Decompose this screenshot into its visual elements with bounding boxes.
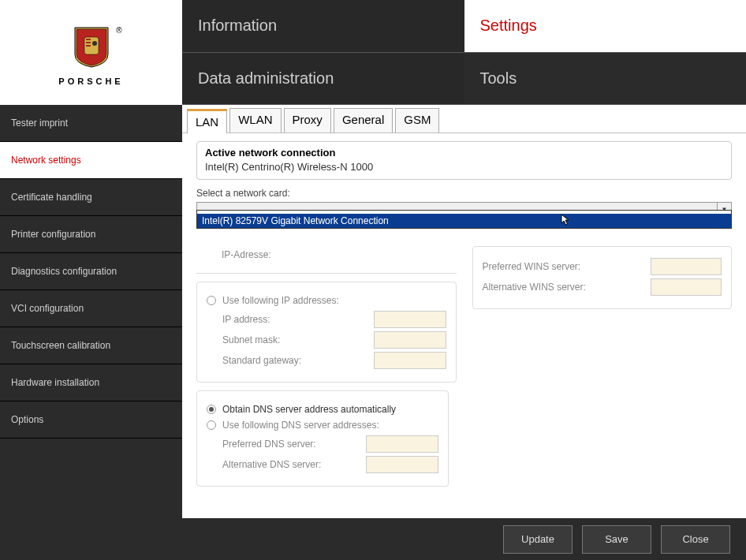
network-card-dropdown-list: Intel(R) 82579V Gigabit Network Connecti… bbox=[196, 210, 732, 229]
active-connection-value: Intel(R) Centrino(R) Wireless-N 1000 bbox=[205, 161, 723, 173]
brand-logo: ® PORSCHE bbox=[0, 0, 182, 105]
ip-adresse-label: IP-Adresse: bbox=[206, 249, 447, 260]
svg-point-1 bbox=[92, 41, 97, 46]
sidebar-item-printer-configuration[interactable]: Printer configuration bbox=[0, 216, 182, 253]
tab-wlan[interactable]: WLAN bbox=[229, 108, 281, 133]
radio-dns-manual[interactable]: Use following DNS server addresses: bbox=[207, 420, 438, 431]
radio-dns-auto[interactable]: Obtain DNS server address automatically bbox=[207, 404, 438, 415]
standard-gateway-label: Standard gateway: bbox=[207, 355, 374, 366]
preferred-wins-label: Preferred WINS server: bbox=[483, 261, 651, 272]
tab-strip: LAN WLAN Proxy General GSM bbox=[182, 105, 746, 133]
sidebar-item-diagnostics-configuration[interactable]: Diagnostics configuration bbox=[0, 253, 182, 290]
tab-gsm[interactable]: GSM bbox=[395, 108, 439, 133]
registered-symbol: ® bbox=[116, 26, 121, 35]
network-card-dropdown[interactable]: ▼ Intel(R) 82579V Gigabit Network Connec… bbox=[196, 202, 732, 216]
ip-address-field[interactable] bbox=[374, 311, 446, 328]
alternative-wins-field[interactable] bbox=[651, 278, 722, 296]
header-tab-settings[interactable]: Settings bbox=[464, 0, 747, 53]
radio-icon bbox=[207, 405, 216, 414]
sidebar: Tester imprint Network settings Certific… bbox=[0, 105, 182, 518]
footer: Update Save Close bbox=[0, 518, 746, 560]
preferred-dns-field[interactable] bbox=[366, 435, 438, 453]
network-card-label: Select a network card: bbox=[196, 188, 732, 199]
update-button[interactable]: Update bbox=[503, 525, 573, 554]
header-tab-data-administration[interactable]: Data administration bbox=[182, 53, 464, 106]
sidebar-item-certificate-handling[interactable]: Certificate handling bbox=[0, 179, 182, 216]
radio-icon bbox=[207, 296, 216, 305]
alternative-dns-field[interactable] bbox=[366, 456, 438, 473]
active-connection-label: Active network connection bbox=[205, 147, 723, 159]
ip-address-label: IP address: bbox=[207, 314, 374, 325]
close-button[interactable]: Close bbox=[661, 525, 730, 554]
tab-lan[interactable]: LAN bbox=[187, 109, 227, 133]
dns-group: Obtain DNS server address automatically … bbox=[196, 390, 449, 487]
tab-general[interactable]: General bbox=[334, 108, 393, 133]
brand-wordmark: PORSCHE bbox=[58, 77, 123, 86]
sidebar-item-options[interactable]: Options bbox=[0, 401, 182, 439]
header-tab-tools[interactable]: Tools bbox=[464, 53, 747, 106]
ip-auto-group: IP-Adresse: bbox=[196, 249, 457, 274]
radio-use-following-ip[interactable]: Use following IP addresses: bbox=[207, 295, 446, 306]
preferred-wins-field[interactable] bbox=[651, 258, 722, 275]
wins-group: Preferred WINS server: Alternative WINS … bbox=[472, 246, 733, 309]
save-button[interactable]: Save bbox=[582, 525, 651, 554]
subnet-mask-field[interactable] bbox=[374, 331, 446, 349]
header-tab-information[interactable]: Information bbox=[182, 0, 464, 53]
sidebar-item-touchscreen-calibration[interactable]: Touchscreen calibration bbox=[0, 327, 182, 364]
tab-proxy[interactable]: Proxy bbox=[284, 108, 331, 133]
subnet-mask-label: Subnet mask: bbox=[207, 334, 374, 345]
ip-manual-group: Use following IP addresses: IP address: … bbox=[196, 282, 457, 383]
content-pane: LAN WLAN Proxy General GSM Active networ… bbox=[182, 105, 746, 518]
sidebar-item-hardware-installation[interactable]: Hardware installation bbox=[0, 364, 182, 401]
standard-gateway-field[interactable] bbox=[374, 352, 446, 369]
sidebar-item-vci-configuration[interactable]: VCI configuration bbox=[0, 290, 182, 327]
active-connection-box: Active network connection Intel(R) Centr… bbox=[196, 141, 732, 180]
alternative-dns-label: Alternative DNS server: bbox=[207, 459, 366, 470]
alternative-wins-label: Alternative WINS server: bbox=[483, 282, 651, 293]
dropdown-item-network-card[interactable]: Intel(R) 82579V Gigabit Network Connecti… bbox=[197, 214, 731, 228]
preferred-dns-label: Preferred DNS server: bbox=[207, 439, 366, 450]
sidebar-item-network-settings[interactable]: Network settings bbox=[0, 142, 182, 179]
sidebar-item-tester-imprint[interactable]: Tester imprint bbox=[0, 105, 182, 142]
radio-icon bbox=[207, 420, 216, 430]
crest-icon bbox=[73, 26, 110, 69]
